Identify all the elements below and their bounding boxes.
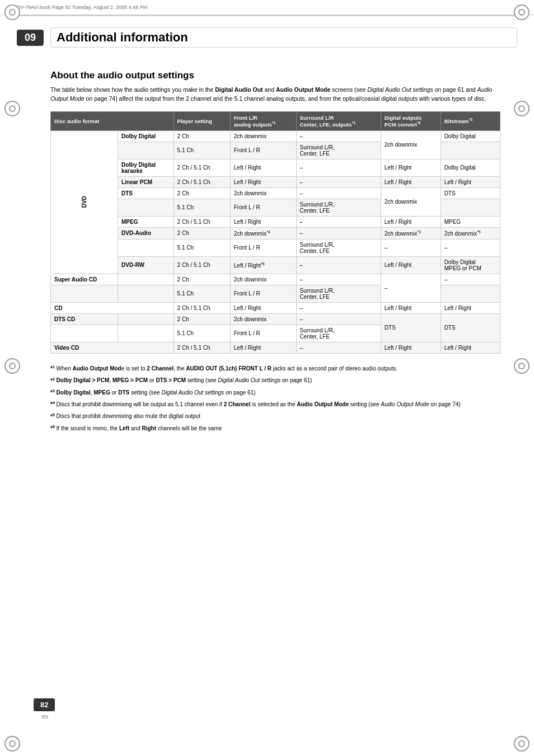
sacd-empty-col2 — [51, 285, 118, 302]
bitstream-empty — [441, 142, 500, 159]
surround: – — [296, 216, 381, 227]
player-setting: 2 Ch / 5.1 Ch — [174, 159, 230, 176]
digital-pcm: Left / Right — [381, 256, 441, 274]
side-decoration-right-mid — [514, 358, 530, 374]
disc-format-empty — [118, 142, 174, 159]
col-header-player-setting: Player setting — [174, 111, 230, 130]
footnote-3: *3 Dolby Digital, MPEG or DTS setting (s… — [50, 388, 500, 397]
col-header-front-lr: Front L/Ranalog outputs*1 — [230, 111, 296, 130]
bitstream: 2ch downmix*5 — [441, 227, 500, 239]
digital-pcm: 2ch downmix — [381, 187, 441, 216]
player-setting: 5.1 Ch — [174, 325, 230, 342]
front-lr: 2ch downmix*4 — [230, 227, 296, 239]
disc-format-dolby-digital: Dolby Digital — [118, 130, 174, 142]
surround: – — [296, 130, 381, 142]
corner-decoration-tr — [514, 4, 530, 20]
front-lr: Left / Right — [230, 176, 296, 187]
front-lr: Left / Right — [230, 302, 296, 313]
bitstream: DTS — [441, 187, 500, 199]
bitstream: Dolby Digital — [441, 159, 500, 176]
surround: – — [296, 342, 381, 353]
section-number: 09 — [17, 30, 44, 46]
bitstream-empty — [441, 199, 500, 216]
disc-format-dts-cd: DTS CD — [51, 313, 118, 325]
footnote-section: *1 When Audio Output Mode is set to 2 Ch… — [50, 364, 500, 433]
side-decoration-right-top — [514, 101, 530, 116]
surround: – — [296, 227, 381, 239]
player-setting: 2 Ch / 5.1 Ch — [174, 256, 230, 274]
digital-pcm: 2ch downmix*3 — [381, 227, 441, 239]
digital-pcm: Left / Right — [381, 159, 441, 176]
bitstream: – — [441, 239, 500, 256]
player-setting: 2 Ch — [174, 187, 230, 199]
bitstream: DTS — [441, 313, 500, 342]
bitstream: Dolby Digital — [441, 130, 500, 142]
disc-format-video-cd: Video CD — [51, 342, 174, 353]
digital-pcm: 2ch downmix — [381, 130, 441, 159]
dvd-group-label: DVD — [51, 130, 118, 274]
bitstream-empty — [441, 285, 500, 302]
col-header-surround: Surround L/RCenter, LFE, outputs*1 — [296, 111, 381, 130]
player-setting: 2 Ch — [174, 313, 230, 325]
player-setting: 2 Ch / 5.1 Ch — [174, 216, 230, 227]
disc-format-dvd-rw: DVD-RW — [118, 256, 174, 274]
surround: – — [296, 302, 381, 313]
surround: – — [296, 313, 381, 325]
page-lang-label: En — [42, 714, 48, 720]
col-header-bitstream: Bitstream*3 — [441, 111, 500, 130]
dtscd-empty2 — [51, 325, 118, 342]
surround: Surround L/R,Center, LFE — [296, 239, 381, 256]
player-setting: 2 Ch / 5.1 Ch — [174, 302, 230, 313]
page-number: 82 — [34, 698, 55, 711]
bitstream: Left / Right — [441, 342, 500, 353]
front-lr: Left / Right — [230, 342, 296, 353]
table-row: CD 2 Ch / 5.1 Ch Left / Right – Left / R… — [51, 302, 500, 313]
surround: Surround L/R,Center, LFE — [296, 325, 381, 342]
side-decoration-left-top — [4, 101, 20, 116]
col-header-disc-format: Disc audio format — [51, 111, 174, 130]
digital-pcm: – — [381, 274, 441, 302]
front-lr: 2ch downmix — [230, 187, 296, 199]
header-text: DV-79AVi.book Page 82 Tuesday, August 2,… — [17, 4, 147, 10]
table-row: DTS CD 2 Ch 2ch downmix – DTS DTS — [51, 313, 500, 325]
disc-format-empty — [118, 239, 174, 256]
disc-format-sacd: Super Audio CD — [51, 274, 118, 285]
footnote-4: *4 Discs that prohibit downmixing will b… — [50, 400, 500, 409]
dtscd-empty — [118, 313, 174, 325]
disc-format-cd: CD — [51, 302, 174, 313]
player-setting: 2 Ch / 5.1 Ch — [174, 176, 230, 187]
player-setting: 2 Ch / 5.1 Ch — [174, 342, 230, 353]
surround: – — [296, 256, 381, 274]
player-setting: 5.1 Ch — [174, 239, 230, 256]
intro-paragraph: The table below shows how the audio sett… — [50, 86, 500, 104]
bitstream: MPEG — [441, 216, 500, 227]
section-title: Additional information — [50, 27, 517, 48]
header-rule — [17, 15, 517, 16]
front-lr: 2ch downmix — [230, 274, 296, 285]
player-setting: 5.1 Ch — [174, 142, 230, 159]
table-row: DVD Dolby Digital 2 Ch 2ch downmix – 2ch… — [51, 130, 500, 142]
disc-format-dolby-karaoke: Dolby Digitalkaraoke — [118, 159, 174, 176]
front-lr: Front L / R — [230, 285, 296, 302]
col-header-digital-pcm: Digital outputsPCM convert*2 — [381, 111, 441, 130]
corner-decoration-tl — [4, 4, 20, 20]
disc-format-dts: DTS — [118, 187, 174, 199]
footnote-6: *6 If the sound is mono, the Left and Ri… — [50, 424, 500, 433]
corner-decoration-bl — [4, 736, 20, 752]
bitstream: Left / Right — [441, 302, 500, 313]
disc-format-linear-pcm: Linear PCM — [118, 176, 174, 187]
table-row: Video CD 2 Ch / 5.1 Ch Left / Right – Le… — [51, 342, 500, 353]
side-decoration-left-mid — [4, 358, 20, 374]
sacd-empty-col — [118, 274, 174, 285]
footnote-5: *5 Discs that prohibit downmixing also m… — [50, 411, 500, 421]
disc-format-mpeg: MPEG — [118, 216, 174, 227]
digital-pcm: Left / Right — [381, 216, 441, 227]
disc-format-dvd-audio: DVD-Audio — [118, 227, 174, 239]
front-lr: Front L / R — [230, 199, 296, 216]
disc-format-empty — [118, 285, 174, 302]
player-setting: 2 Ch — [174, 227, 230, 239]
digital-pcm: – — [381, 239, 441, 256]
surround: – — [296, 176, 381, 187]
footnote-1: *1 When Audio Output Mode is set to 2 Ch… — [50, 364, 500, 373]
surround: – — [296, 159, 381, 176]
